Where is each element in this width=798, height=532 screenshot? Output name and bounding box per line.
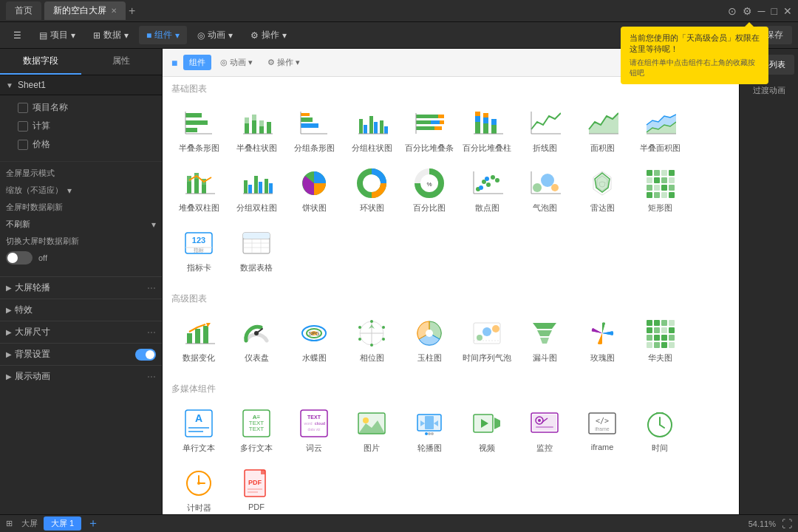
comp-timer[interactable]: 时间 (632, 401, 687, 458)
growth-icon (181, 316, 216, 351)
prop-toggle-row: off (6, 251, 156, 265)
scatter-icon (469, 166, 505, 201)
svg-rect-111 (187, 333, 192, 344)
comp-pie[interactable]: 饼状图 (287, 161, 341, 218)
comp-relation[interactable]: 相位图 (344, 311, 399, 368)
cut-toggle[interactable] (6, 251, 33, 265)
comp-text[interactable]: A 单行文本 (171, 401, 226, 458)
tab-add-button[interactable]: + (129, 4, 135, 18)
comp-image[interactable]: 图片 (344, 401, 399, 458)
field-project-name-checkbox[interactable] (18, 103, 28, 113)
sunburst-label: 玉柱图 (417, 352, 442, 364)
field-project-name[interactable]: 项目名称 (0, 98, 162, 117)
comp-clock[interactable]: 计时器 (171, 461, 226, 514)
svg-rect-113 (203, 326, 208, 344)
comp-pct-pie[interactable]: % 百分比图 (402, 161, 457, 218)
section-effects[interactable]: ▶ 特效 (0, 299, 162, 321)
section-animation[interactable]: ▶ 展示动画 ⋯ (0, 365, 162, 387)
comp-gauge[interactable]: 仪表盘 (229, 311, 284, 368)
sheet-item[interactable]: ▼ Sheet1 (0, 75, 162, 95)
category-basic-charts: 基础图表 半叠条形图 (163, 77, 739, 287)
section-carousel[interactable]: ▶ 大屏轮播 ⋯ (0, 276, 162, 299)
field-calc[interactable]: 计算 (0, 117, 162, 135)
comp-bar-combo[interactable]: 堆叠双柱图 (171, 161, 226, 218)
comp-pdf[interactable]: PDF PDF (229, 461, 284, 514)
comp-sunburst[interactable]: 玉柱图 (402, 311, 457, 368)
section-carousel-menu[interactable]: ⋯ (147, 283, 156, 293)
comp-wordcloud[interactable]: TEXT word cloud data viz 词云 (287, 401, 341, 458)
comp-bubble[interactable]: 气泡图 (517, 161, 572, 218)
comp-bar-stack[interactable]: 百分比堆叠条 (402, 101, 457, 158)
comp-video[interactable]: 视频 (460, 401, 514, 458)
comp-area2[interactable]: 半叠面积图 (632, 101, 687, 158)
page-add-button[interactable]: ＋ (87, 516, 99, 531)
field-price[interactable]: 价格 (0, 135, 162, 154)
toolbar-project[interactable]: ▤ 项目 ▾ (32, 26, 83, 44)
comp-tab-action[interactable]: ⚙操作▾ (262, 55, 306, 70)
comp-table[interactable]: 数据表格 (229, 221, 284, 278)
comp-shape[interactable]: 矩形图 (632, 161, 687, 218)
tab-current[interactable]: 新的空白大屏 ✕ (44, 1, 126, 20)
svg-marker-83 (595, 173, 610, 192)
comp-growth[interactable]: 数据变化 (171, 311, 226, 368)
toolbar-data[interactable]: ⊞ 数据 ▾ (86, 26, 136, 44)
bar-combo2-icon (239, 166, 274, 201)
section-size[interactable]: ▶ 大屏尺寸 ⋯ (0, 321, 162, 343)
comp-bar-combo2[interactable]: 分组双柱图 (229, 161, 284, 218)
bar-stack2-icon (469, 106, 505, 141)
comp-radar[interactable]: 雷达图 (575, 161, 630, 218)
share-icon[interactable]: ⊙ (728, 5, 737, 17)
comp-monitor[interactable]: 监控 (517, 401, 572, 458)
comp-kpi[interactable]: 123 指标 指标卡 (171, 221, 226, 278)
area-label: 面积图 (590, 143, 615, 154)
section-bg[interactable]: ▶ 背景设置 (0, 343, 162, 365)
comp-tab-animation[interactable]: ◎动画▾ (214, 55, 259, 70)
sidebar-tab-datafields[interactable]: 数据字段 (0, 49, 81, 75)
tab-close-icon[interactable]: ✕ (111, 7, 117, 15)
comp-line[interactable]: 折线图 (517, 101, 572, 158)
page-tab-1-label: 大屏 1 (51, 518, 74, 529)
minimize-icon[interactable]: ─ (758, 5, 765, 17)
comp-waterfall[interactable]: SPG 水蝶图 (287, 311, 341, 368)
comp-rose[interactable]: 玫瑰图 (575, 311, 630, 368)
sidebar-tab-properties[interactable]: 属性 (81, 49, 163, 75)
toolbar-action[interactable]: ⚙ 操作 ▾ (243, 26, 294, 44)
comp-bar-stack2[interactable]: 百分比堆叠柱 (460, 101, 514, 158)
comp-tab-all[interactable]: 组件 (183, 55, 211, 70)
comp-iframe[interactable]: </> iframe iframe (575, 401, 630, 458)
carousel-label: 轮播图 (417, 443, 442, 454)
field-calc-checkbox[interactable] (18, 121, 28, 132)
comp-scatter[interactable]: 散点图 (460, 161, 514, 218)
toolbar-component[interactable]: ■ 组件 ▾ (139, 26, 187, 44)
page-indicator: 大屏 (21, 518, 38, 529)
comp-area[interactable]: 面积图 (575, 101, 630, 158)
maximize-icon[interactable]: □ (771, 5, 777, 17)
comp-timeline[interactable]: 时间序列气泡 (460, 311, 514, 368)
comp-funnel[interactable]: 漏斗图 (517, 311, 572, 368)
fullscreen-icon[interactable]: ⛶ (782, 518, 792, 530)
comp-carousel[interactable]: 轮播图 (402, 401, 457, 458)
page-tab-1[interactable]: 大屏 1 (44, 516, 81, 531)
settings-icon[interactable]: ⚙ (743, 5, 752, 17)
comp-bar-v[interactable]: 半叠柱状图 (229, 101, 284, 158)
section-animation-menu[interactable]: ⋯ (147, 372, 156, 382)
sidebar-tab-properties-label: 属性 (112, 55, 130, 66)
bg-toggle[interactable] (135, 349, 156, 361)
field-price-checkbox[interactable] (18, 140, 28, 150)
menu-icon[interactable]: ☰ (6, 27, 29, 44)
toolbar-animation[interactable]: ◎ 动画 ▾ (190, 26, 240, 44)
comp-ring[interactable]: 环状图 (344, 161, 399, 218)
comp-bar-group[interactable]: 分组柱状图 (344, 101, 399, 158)
comp-bar-pct[interactable]: 分组条形图 (287, 101, 341, 158)
section-size-menu[interactable]: ⋯ (147, 327, 156, 338)
comp-bar-h[interactable]: 半叠条形图 (171, 101, 226, 158)
tab-home[interactable]: 首页 (6, 1, 41, 20)
svg-rect-5 (245, 123, 249, 134)
comp-multitext[interactable]: A≡ TEXT TEXT 多行文本 (229, 401, 284, 458)
tab-current-label: 新的空白大屏 (53, 4, 106, 17)
comp-tree[interactable]: 华夫图 (632, 311, 687, 368)
funnel-icon (527, 316, 562, 351)
svg-rect-152 (661, 335, 667, 341)
prop-scale-label: 缩放（不适应） (6, 185, 63, 196)
close-icon[interactable]: ✕ (783, 5, 792, 17)
